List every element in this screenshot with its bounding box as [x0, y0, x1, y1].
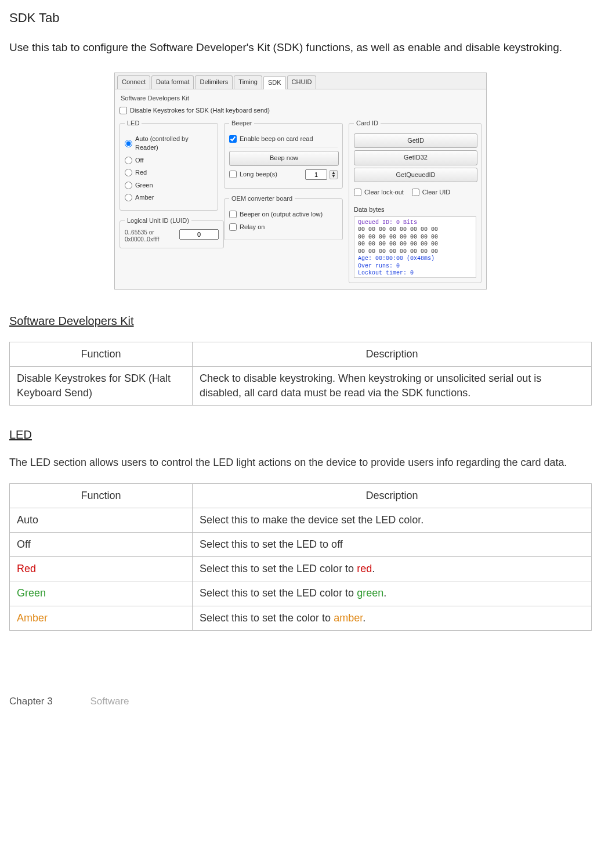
- sdk-dialog: Connect Data format Delimiters Timing SD…: [114, 73, 487, 290]
- oem-beeper-on-checkbox[interactable]: Beeper on (output active low): [229, 210, 338, 219]
- disable-keystrokes-checkbox[interactable]: Disable Keystrokes for SDK (Halt keyboar…: [120, 106, 481, 115]
- led-auto-radio[interactable]: Auto (controlled by Reader): [125, 135, 213, 153]
- data-bytes-label: Data bytes: [354, 205, 476, 214]
- panel-title: Software Developers Kit: [121, 94, 481, 103]
- intro-text: Use this tab to configure the Software D…: [9, 40, 592, 56]
- spinner-updown-icon[interactable]: ▲▼: [330, 170, 338, 179]
- table-row: Auto Select this to make the device set …: [10, 508, 592, 532]
- tab-sdk[interactable]: SDK: [263, 76, 286, 89]
- tab-timing[interactable]: Timing: [234, 75, 262, 88]
- getqueuedid-button[interactable]: GetQueuedID: [354, 168, 477, 182]
- tab-delimiters[interactable]: Delimiters: [195, 75, 233, 88]
- led-red-radio[interactable]: Red: [125, 168, 213, 177]
- enable-beep-checkbox[interactable]: Enable beep on card read: [229, 135, 338, 143]
- disable-keystrokes-label: Disable Keystrokes for SDK (Halt keyboar…: [130, 106, 270, 115]
- th-description: Description: [193, 342, 592, 366]
- led-group: LED Auto (controlled by Reader) Off Red: [120, 119, 218, 211]
- cardid-group: Card ID GetID GetID32 GetQueuedID Clear …: [349, 119, 481, 283]
- beeper-group: Beeper Enable beep on card read Beep now…: [224, 119, 343, 189]
- led-amber-radio[interactable]: Amber: [125, 193, 213, 202]
- luid-input[interactable]: [179, 229, 219, 240]
- th-description: Description: [193, 483, 592, 508]
- oem-legend: OEM converter board: [229, 194, 295, 203]
- getid32-button[interactable]: GetID32: [354, 150, 477, 165]
- led-table: Function Description Auto Select this to…: [9, 483, 592, 631]
- page-footer: Chapter 3 Software: [9, 695, 592, 708]
- table-row: Off Select this to set the LED to off: [10, 533, 592, 557]
- footer-section: Software: [90, 696, 129, 707]
- tabstrip: Connect Data format Delimiters Timing SD…: [115, 73, 486, 89]
- th-function: Function: [10, 483, 193, 508]
- sdk-table: Function Description Disable Keystrokes …: [9, 342, 592, 406]
- luid-hint: 0..65535 or 0x0000..0xffff: [125, 229, 175, 243]
- table-row: Green Select this to set the LED color t…: [10, 581, 592, 606]
- footer-chapter: Chapter 3: [9, 696, 53, 707]
- oem-group: OEM converter board Beeper on (output ac…: [224, 194, 343, 240]
- th-function: Function: [10, 342, 193, 366]
- led-off-radio[interactable]: Off: [125, 156, 213, 165]
- luid-legend: Logical Unit ID (LUID): [125, 216, 191, 225]
- beep-now-button[interactable]: Beep now: [229, 151, 339, 165]
- clear-uid-checkbox[interactable]: Clear UID: [412, 188, 450, 197]
- table-row: Amber Select this to set the color to am…: [10, 606, 592, 630]
- long-beeps-checkbox[interactable]: Long beep(s) ▲▼: [229, 169, 338, 180]
- disable-keystrokes-input[interactable]: [120, 107, 127, 114]
- tab-data-format[interactable]: Data format: [151, 75, 194, 88]
- luid-group: Logical Unit ID (LUID) 0..65535 or 0x000…: [120, 216, 224, 248]
- cardid-legend: Card ID: [354, 119, 381, 128]
- led-subheading: LED: [9, 426, 592, 443]
- led-intro-text: The LED section allows users to control …: [9, 455, 592, 470]
- clear-lockout-checkbox[interactable]: Clear lock-out: [354, 188, 404, 197]
- sdk-subheading: Software Developers Kit: [9, 313, 592, 329]
- oem-relay-on-checkbox[interactable]: Relay on: [229, 223, 338, 232]
- getid-button[interactable]: GetID: [354, 133, 477, 148]
- long-beeps-value[interactable]: [305, 169, 327, 180]
- page-title: SDK Tab: [9, 9, 592, 27]
- data-bytes-box: Queued ID: 0 Bits 00 00 00 00 00 00 00 0…: [354, 216, 476, 278]
- tab-chuid[interactable]: CHUID: [287, 75, 317, 88]
- led-legend: LED: [125, 119, 142, 128]
- table-row: Disable Keystrokes for SDK (Halt Keyboar…: [10, 367, 592, 406]
- tab-connect[interactable]: Connect: [117, 75, 150, 88]
- led-green-radio[interactable]: Green: [125, 181, 213, 190]
- table-row: Red Select this to set the LED color to …: [10, 557, 592, 581]
- beeper-legend: Beeper: [229, 119, 254, 128]
